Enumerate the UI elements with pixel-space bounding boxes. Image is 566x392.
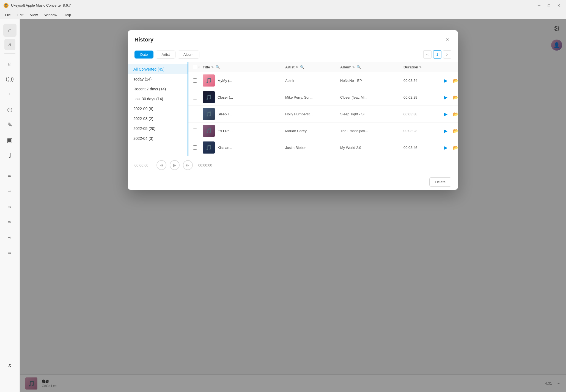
track-2-checkbox[interactable] xyxy=(193,95,197,99)
track-5-play-button[interactable]: ▶ xyxy=(442,144,450,151)
header-title: Title ⇅ 🔍 xyxy=(203,65,285,69)
current-page[interactable]: 1 xyxy=(433,50,441,59)
select-all-container: ▾ xyxy=(193,65,203,69)
track-3-play-button[interactable]: ▶ xyxy=(442,110,450,118)
tab-artist[interactable]: Artist xyxy=(156,51,175,59)
delete-button[interactable]: Delete xyxy=(429,177,451,187)
playlist2-icon[interactable]: ≡♪ xyxy=(3,185,17,198)
date-item-today[interactable]: Today (14) xyxy=(128,74,188,84)
track-2-duration: 00:02:29 xyxy=(403,95,442,99)
track-5-album: My World 2.0 xyxy=(340,146,403,150)
album-sort-icon[interactable]: ⇅ xyxy=(352,66,355,69)
date-item-30days[interactable]: Last 30 days (14) xyxy=(128,94,188,104)
table-row: 🎵 It's Like... Mariah Carey The Emancipa… xyxy=(188,123,458,139)
artist-sort-icon[interactable]: ⇅ xyxy=(296,66,298,69)
track-2-actions: ▶ 📂 🗑 xyxy=(442,93,458,101)
apple-music-logo[interactable]: A xyxy=(4,39,15,50)
header-album: Album ⇅ 🔍 xyxy=(340,65,403,69)
artist-search-icon[interactable]: 🔍 xyxy=(300,65,304,69)
track-1-folder-button[interactable]: 📂 xyxy=(452,77,458,84)
select-all-checkbox[interactable] xyxy=(193,65,197,69)
track-1-duration: 00:03:54 xyxy=(403,79,442,83)
menu-help[interactable]: Help xyxy=(61,12,74,18)
duration-sort-icon[interactable]: ⇅ xyxy=(419,66,421,69)
menu-window[interactable]: Window xyxy=(42,12,60,18)
prev-page-button[interactable]: < xyxy=(423,50,432,59)
date-item-2022-08[interactable]: 2022-08 (2) xyxy=(128,114,188,124)
radio-icon[interactable]: ((·)) xyxy=(3,72,17,85)
pagination: < 1 > xyxy=(423,50,451,59)
title-search-icon[interactable]: 🔍 xyxy=(216,65,220,69)
playlist6-icon[interactable]: ≡♪ xyxy=(3,246,17,259)
track-2-thumbnail: 🎵 xyxy=(203,91,215,103)
player-controls: ⏮ ▶ ⏭ xyxy=(156,160,193,170)
playlist1-icon[interactable]: ≡♪ xyxy=(3,169,17,182)
playlist4-icon[interactable]: ≡♪ xyxy=(3,215,17,229)
app-icon: 🎵 xyxy=(3,3,9,8)
sidebar-icons: ⌂ A ⌕ ((·)) L ◷ ✎ ▣ ♩ ≡♪ ≡♪ ≡♪ ≡♪ ≡♪ ≡♪ … xyxy=(0,19,20,392)
library-icon[interactable]: L xyxy=(3,88,17,101)
track-4-play-button[interactable]: ▶ xyxy=(442,127,450,135)
open-in-music[interactable]: ♫ xyxy=(8,363,12,388)
date-item-2022-09[interactable]: 2022-09 (6) xyxy=(128,104,188,114)
divider2 xyxy=(4,166,15,166)
tab-album[interactable]: Album xyxy=(178,51,199,59)
album-search-icon[interactable]: 🔍 xyxy=(357,65,361,69)
track-1-checkbox[interactable] xyxy=(193,78,197,83)
tab-date[interactable]: Date xyxy=(134,51,153,59)
track-4-folder-button[interactable]: 📂 xyxy=(452,127,458,135)
date-item-2022-04[interactable]: 2022-04 (3) xyxy=(128,134,188,143)
close-window-button[interactable]: ✕ xyxy=(555,2,563,9)
track-3-folder-button[interactable]: 📂 xyxy=(452,110,458,118)
track-5-thumbnail: 🎵 xyxy=(203,141,215,154)
menu-view[interactable]: View xyxy=(27,12,40,18)
minimize-button[interactable]: ─ xyxy=(535,2,543,9)
track-4-album: The Emancipati... xyxy=(340,129,403,133)
home-icon[interactable]: ⌂ xyxy=(3,24,17,37)
header-duration: Duration ⇅ xyxy=(403,65,442,69)
track-3-actions: ▶ 📂 🗑 xyxy=(442,110,458,118)
player-play-button[interactable]: ▶ xyxy=(170,160,180,170)
track-5-folder-button[interactable]: 📂 xyxy=(452,144,458,151)
playlist5-icon[interactable]: ≡♪ xyxy=(3,231,17,244)
playlist3-icon[interactable]: ≡♪ xyxy=(3,200,17,213)
note-icon[interactable]: ♩ xyxy=(3,149,17,162)
title-sort-icon[interactable]: ⇅ xyxy=(211,66,213,69)
track-3-duration: 00:03:38 xyxy=(403,112,442,116)
date-item-2022-05[interactable]: 2022-05 (20) xyxy=(128,124,188,134)
track-3-title-cell: 🎵 Sleep T... xyxy=(203,108,285,120)
track-2-play-button[interactable]: ▶ xyxy=(442,93,450,101)
svg-text:🎵: 🎵 xyxy=(4,4,8,7)
track-2-album: Closer (feat. Mi... xyxy=(340,95,403,99)
track-1-album: NoNoNo - EP xyxy=(340,79,403,83)
history-dialog: History × Date Artist Album < 1 > xyxy=(128,30,458,190)
track-2-folder-button[interactable]: 📂 xyxy=(452,93,458,101)
track-4-duration: 00:03:23 xyxy=(403,129,442,133)
date-item-all[interactable]: All Converted (45) xyxy=(128,64,188,74)
menu-file[interactable]: File xyxy=(2,12,13,18)
track-1-play-button[interactable]: ▶ xyxy=(442,77,450,84)
box-icon[interactable]: ▣ xyxy=(3,134,17,147)
table-row: 🎵 Sleep T... Holly Humberst... Sleep Tig… xyxy=(188,106,458,123)
next-page-button[interactable]: > xyxy=(443,50,451,59)
menu-edit[interactable]: Edit xyxy=(15,12,26,18)
select-dropdown-arrow[interactable]: ▾ xyxy=(198,66,200,69)
track-list: 🎵 MyMy (... Apink NoNoNo - EP 00:03:54 ▶… xyxy=(188,72,458,156)
date-item-7days[interactable]: Recent 7 days (14) xyxy=(128,84,188,94)
player-next-button[interactable]: ⏭ xyxy=(183,160,193,170)
tabs-row: Date Artist Album < 1 > xyxy=(128,47,458,62)
clock-icon[interactable]: ◷ xyxy=(3,103,17,116)
track-3-checkbox[interactable] xyxy=(193,112,197,116)
dialog-footer: Delete xyxy=(128,174,458,190)
close-dialog-button[interactable]: × xyxy=(444,36,451,43)
track-5-title-cell: 🎵 Kiss an... xyxy=(203,141,285,154)
track-2-title-cell: 🎵 Closer (... xyxy=(203,91,285,103)
pin-icon[interactable]: ✎ xyxy=(3,118,17,132)
maximize-button[interactable]: □ xyxy=(545,2,553,9)
search-icon[interactable]: ⌕ xyxy=(3,57,17,70)
track-4-checkbox[interactable] xyxy=(193,129,197,133)
player-time-end: 00:00:00 xyxy=(198,163,215,167)
menu-bar: File Edit View Window Help xyxy=(0,11,566,19)
track-5-checkbox[interactable] xyxy=(193,145,197,150)
player-prev-button[interactable]: ⏮ xyxy=(156,160,166,170)
